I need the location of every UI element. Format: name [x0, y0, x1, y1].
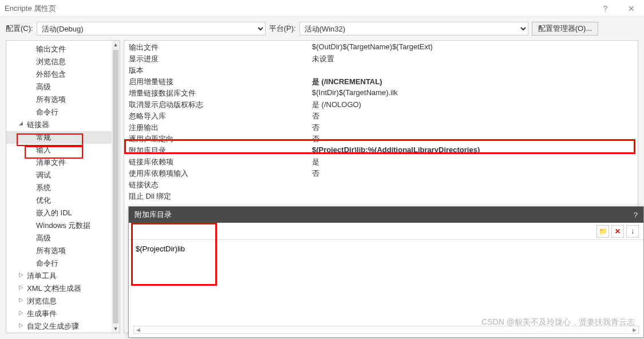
property-value[interactable] — [312, 180, 633, 190]
config-label: 配置(C): — [6, 23, 33, 34]
tree-item[interactable]: 系统 — [6, 182, 120, 194]
property-name: 启用增量链接 — [129, 77, 312, 87]
window-titlebar: Encripte 属性页 ? ✕ — [0, 0, 644, 17]
tree-item[interactable]: 所有选项 — [6, 93, 120, 106]
tree-item[interactable]: 链接器 — [6, 119, 120, 131]
platform-label: 平台(P): — [269, 23, 296, 34]
property-row[interactable]: 链接状态 — [124, 179, 638, 191]
property-value[interactable]: $(ProjectDir)lib;%(AdditionalLibraryDire… — [312, 145, 633, 156]
popup-help-icon[interactable]: ? — [634, 211, 638, 219]
property-value[interactable]: 否 — [312, 168, 633, 179]
config-toolbar: 配置(C): 活动(Debug) 平台(P): 活动(Win32) 配置管理器(… — [0, 17, 644, 40]
tree-item[interactable]: 清单工具 — [6, 270, 120, 282]
tree-item[interactable]: 高级 — [6, 81, 120, 93]
property-name: 取消显示启动版权标志 — [129, 100, 312, 110]
property-value[interactable]: 未设置 — [312, 54, 633, 64]
property-value[interactable]: 是 (/INCREMENTAL) — [312, 77, 633, 87]
property-name: 附加库目录 — [129, 145, 312, 156]
property-name: 阻止 Dll 绑定 — [129, 191, 312, 202]
move-down-icon[interactable]: ↓ — [626, 225, 639, 238]
config-select[interactable]: 活动(Debug) — [37, 22, 266, 36]
popup-hscroll[interactable]: ◀▶ — [133, 325, 639, 335]
property-name: 使用库依赖项输入 — [129, 168, 312, 179]
tree-item[interactable]: 代码分析 — [6, 333, 120, 333]
property-name: 显示进度 — [129, 54, 312, 64]
property-row[interactable]: 使用库依赖项输入否 — [124, 168, 638, 179]
property-row[interactable]: 取消显示启动版权标志是 (/NOLOGO) — [124, 99, 638, 111]
property-row[interactable]: 版本 — [124, 65, 638, 76]
additional-lib-dirs-dialog: 附加库目录 ? 📁 ✕ ↓ $(ProjectDir)lib ◀▶ — [128, 206, 644, 338]
property-name: 链接库依赖项 — [129, 157, 312, 167]
tree-item[interactable]: 自定义生成步骤 — [6, 320, 120, 333]
tree-scrollbar[interactable]: ▲ ▼ — [112, 41, 120, 333]
tree-item[interactable]: 命令行 — [6, 257, 120, 270]
property-name: 注册输出 — [129, 123, 312, 133]
tree-item[interactable]: 输出文件 — [6, 43, 120, 56]
property-row[interactable]: 逐用户重定向否 — [124, 133, 638, 145]
tree-item[interactable]: 外部包含 — [6, 68, 120, 81]
property-row[interactable]: 增量链接数据库文件$(IntDir)$(TargetName).ilk — [124, 88, 638, 99]
new-folder-icon[interactable]: 📁 — [596, 225, 609, 238]
property-row[interactable]: 输出文件$(OutDir)$(TargetName)$(TargetExt) — [124, 42, 638, 53]
scroll-down-icon[interactable]: ▼ — [112, 325, 120, 333]
property-name: 增量链接数据库文件 — [129, 88, 312, 98]
tree-item[interactable]: 浏览信息 — [6, 56, 120, 68]
property-value[interactable]: 是 (/NOLOGO) — [312, 100, 633, 110]
tree-item[interactable]: 所有选项 — [6, 245, 120, 257]
property-name: 版本 — [129, 65, 312, 76]
help-icon[interactable]: ? — [592, 0, 618, 17]
property-value[interactable] — [312, 191, 633, 202]
popup-titlebar: 附加库目录 ? — [129, 207, 643, 223]
window-title: Encripte 属性页 — [5, 3, 56, 14]
property-row[interactable]: 显示进度未设置 — [124, 53, 638, 65]
tree-item[interactable]: 生成事件 — [6, 308, 120, 320]
property-name: 链接状态 — [129, 180, 312, 190]
close-icon[interactable]: ✕ — [618, 0, 644, 17]
tree-item[interactable]: 浏览信息 — [6, 295, 120, 308]
tree-item[interactable]: 高级 — [6, 232, 120, 245]
property-value[interactable]: $(OutDir)$(TargetName)$(TargetExt) — [312, 42, 633, 53]
property-row[interactable]: 阻止 Dll 绑定 — [124, 191, 638, 202]
property-value[interactable] — [312, 65, 633, 76]
popup-toolbar: 📁 ✕ ↓ — [129, 223, 643, 240]
property-name: 逐用户重定向 — [129, 134, 312, 144]
tree-item[interactable]: 命令行 — [6, 106, 120, 119]
tree-item[interactable]: 优化 — [6, 194, 120, 207]
platform-select[interactable]: 活动(Win32) — [299, 22, 528, 36]
scroll-up-icon[interactable]: ▲ — [112, 41, 120, 49]
scroll-thumb[interactable] — [113, 50, 118, 324]
config-manager-button[interactable]: 配置管理器(O)... — [532, 22, 599, 36]
property-name: 忽略导入库 — [129, 111, 312, 121]
tree-item[interactable]: 输入 — [6, 144, 120, 156]
category-tree[interactable]: 输出文件浏览信息外部包含高级所有选项命令行链接器常规输入清单文件调试系统优化嵌入… — [6, 40, 120, 333]
tree-item[interactable]: 嵌入的 IDL — [6, 207, 120, 219]
property-row[interactable]: 链接库依赖项是 — [124, 156, 638, 168]
property-value[interactable]: $(IntDir)$(TargetName).ilk — [312, 88, 633, 98]
property-value[interactable]: 否 — [312, 111, 633, 121]
property-row[interactable]: 启用增量链接是 (/INCREMENTAL) — [124, 76, 638, 88]
tree-item[interactable]: Windows 元数据 — [6, 219, 120, 232]
property-row[interactable]: 注册输出否 — [124, 122, 638, 133]
delete-icon[interactable]: ✕ — [611, 225, 624, 238]
property-row[interactable]: 忽略导入库否 — [124, 111, 638, 122]
popup-title-text: 附加库目录 — [135, 210, 172, 220]
tree-item[interactable]: 调试 — [6, 169, 120, 182]
property-name: 输出文件 — [129, 42, 312, 53]
property-value[interactable]: 否 — [312, 123, 633, 133]
popup-body[interactable]: $(ProjectDir)lib ◀▶ — [129, 240, 643, 337]
tree-item[interactable]: 常规 — [6, 131, 120, 144]
property-value[interactable]: 是 — [312, 157, 633, 167]
property-value[interactable]: 否 — [312, 134, 633, 144]
property-row[interactable]: 附加库目录$(ProjectDir)lib;%(AdditionalLibrar… — [124, 145, 638, 156]
lib-dir-entry[interactable]: $(ProjectDir)lib — [136, 245, 637, 253]
tree-item[interactable]: 清单文件 — [6, 156, 120, 169]
tree-item[interactable]: XML 文档生成器 — [6, 282, 120, 295]
